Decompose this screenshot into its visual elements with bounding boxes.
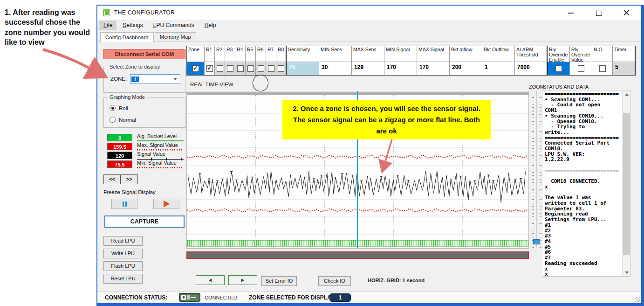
column-header: Bkt Inflow (450, 46, 482, 62)
read-lpu-button[interactable]: Read LPU (103, 236, 143, 246)
value-cell[interactable]: 7000 (515, 62, 547, 75)
config-col-r7: R7 (266, 46, 276, 75)
checkbox-checked-icon[interactable] (206, 65, 213, 72)
horiz-grid-label: HORIZ. GRID: 1 second (368, 278, 425, 283)
checkbox-cell[interactable] (256, 62, 266, 75)
checkbox-cell[interactable] (205, 62, 214, 75)
forward-button[interactable]: >> (121, 174, 138, 184)
zoom-slider[interactable] (532, 91, 541, 249)
menu-item-file[interactable]: File (99, 21, 116, 30)
checkbox-cell[interactable] (592, 62, 612, 75)
value-cell[interactable]: 30 (319, 62, 351, 75)
window-title: THE CONFIGURATOR (114, 9, 175, 16)
checkbox-icon[interactable] (278, 65, 284, 72)
history-nav-buttons: << >> (103, 174, 138, 184)
legend-value-box: 120 (107, 152, 132, 159)
checkbox-checked-icon[interactable] (192, 65, 199, 72)
flash-lpu-button[interactable]: Flash LPU (103, 261, 143, 271)
value-cell[interactable]: 129 (352, 62, 384, 75)
config-col-sensitivity: Sensitivity75 (287, 46, 319, 75)
checkbox-icon[interactable] (555, 65, 562, 72)
status-scrollbar-thumb[interactable] (623, 113, 630, 255)
radio-roll[interactable] (110, 105, 116, 111)
config-col-r4: R4 (235, 46, 246, 75)
app-icon (103, 9, 110, 16)
value-cell[interactable]: 200 (450, 62, 482, 75)
zone-display-badge: 1 (329, 293, 351, 302)
play-button[interactable] (153, 199, 179, 209)
checkbox-icon[interactable] (237, 65, 244, 72)
checkbox-icon[interactable] (268, 65, 274, 72)
close-icon[interactable] (623, 9, 630, 16)
back-button[interactable]: << (103, 174, 121, 184)
config-col-rly-override-enable: Rly Override Enable (548, 46, 570, 75)
zone-label: ZONE: (110, 76, 127, 82)
pause-icon (123, 202, 124, 207)
checkbox-cell[interactable] (187, 62, 204, 75)
play-icon (164, 201, 170, 207)
value-cell[interactable]: 170 (384, 62, 417, 75)
checkbox-cell[interactable] (266, 62, 276, 75)
graphing-mode-option-normal[interactable]: Normal (110, 117, 136, 123)
checkbox-cell[interactable] (235, 62, 245, 75)
pause-button[interactable] (111, 199, 137, 209)
legend-row: 120Signal Value (103, 151, 185, 160)
reset-lpu-button[interactable]: Reset LPU (103, 274, 143, 284)
tab-memory-map[interactable]: Memory Map (155, 32, 196, 42)
column-header: Zone. (187, 46, 204, 62)
config-col-n-o-: N.O. (592, 46, 613, 75)
graph-scrollbar[interactable] (186, 251, 529, 259)
column-header: MAX Sens (352, 46, 384, 62)
capture-button[interactable]: CAPTURE (104, 216, 185, 228)
connection-status-value: CONNECTED (205, 295, 237, 300)
menu-item-settings[interactable]: Settings (118, 21, 147, 30)
connector-icon (179, 293, 200, 302)
checkbox-icon[interactable] (227, 65, 233, 72)
value-cell[interactable]: 75 (287, 62, 319, 75)
value-cell[interactable]: 5 (613, 62, 635, 75)
checkbox-icon[interactable] (599, 65, 606, 72)
checkbox-icon[interactable] (258, 65, 264, 72)
checkbox-icon[interactable] (578, 65, 584, 72)
checkbox-icon[interactable] (217, 65, 223, 72)
column-header: R1 (205, 46, 214, 62)
config-col-min-sens: MIN Sens30 (319, 46, 352, 75)
zoom-slider-thumb[interactable] (533, 239, 540, 244)
value-cell[interactable]: 170 (417, 62, 449, 75)
legend-value-box: 0 (107, 134, 132, 141)
config-col-r5: R5 (246, 46, 256, 75)
legend-line-sample (137, 140, 184, 142)
freeze-signal-label: Freeze Signal Display (103, 189, 156, 195)
set-error-io-button[interactable]: Set Error IO (261, 276, 297, 286)
config-col-r3: R3 (225, 46, 235, 75)
minimize-icon[interactable] (568, 9, 574, 16)
zone-dropdown[interactable]: 1 (130, 74, 180, 84)
menu-item-lpu-commands[interactable]: LPU Commands (149, 21, 199, 30)
graphing-mode-group: Graphing Mode RollNormal (103, 97, 185, 128)
zoom-label: ZOOM (529, 84, 544, 90)
checkbox-cell[interactable] (570, 62, 592, 75)
tab-config-dashboard[interactable]: Config Dashboard (100, 32, 154, 42)
scroll-down-icon[interactable] (623, 269, 630, 276)
checkbox-icon[interactable] (247, 65, 254, 72)
resize-grip[interactable] (635, 297, 640, 302)
checkbox-cell[interactable] (225, 62, 235, 75)
status-scrollbar[interactable] (622, 90, 630, 276)
menu-item-help[interactable]: Help (200, 21, 220, 30)
scroll-left-button[interactable]: ◄ (196, 275, 225, 285)
maximize-icon[interactable] (596, 9, 602, 16)
check-io-button[interactable]: Check IO (318, 276, 351, 286)
disconnect-serial-button[interactable]: Disconnect Serial COM (103, 49, 185, 59)
scroll-up-icon[interactable] (623, 90, 630, 98)
radio-normal[interactable] (110, 117, 116, 123)
checkbox-cell[interactable] (276, 62, 286, 75)
checkbox-cell[interactable] (246, 62, 255, 75)
config-col-bkt-inflow: Bkt Inflow200 (450, 46, 482, 75)
column-header: MIN Signal (384, 46, 417, 62)
checkbox-cell[interactable] (548, 62, 569, 75)
write-lpu-button[interactable]: Write LPU (103, 249, 143, 258)
scroll-right-button[interactable]: ► (228, 275, 257, 285)
value-cell[interactable]: 1 (482, 62, 514, 75)
graphing-mode-option-roll[interactable]: Roll (110, 105, 128, 111)
checkbox-cell[interactable] (215, 62, 225, 75)
